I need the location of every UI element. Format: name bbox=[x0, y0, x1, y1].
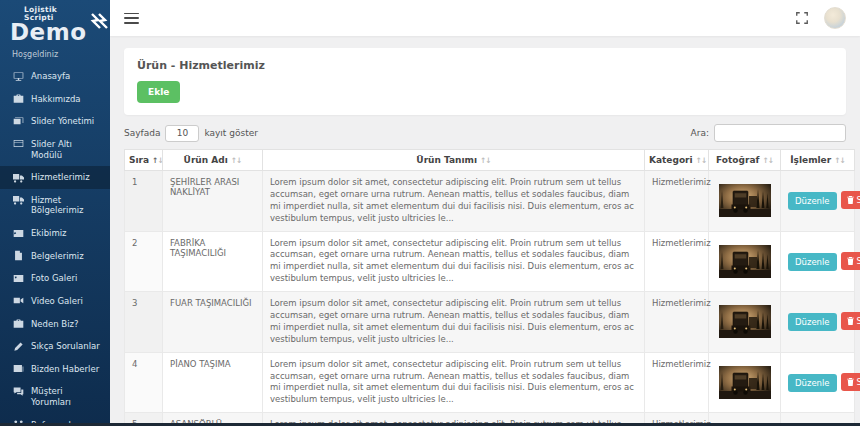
column-label: Ürün Tanımı bbox=[416, 155, 477, 165]
sidebar-item-slider-alti-modulu[interactable]: Slider Altı Modülü bbox=[0, 133, 110, 166]
column-header-5[interactable]: Fotoğraf↑↓ bbox=[709, 150, 781, 171]
truck-icon bbox=[12, 195, 24, 205]
edit-button[interactable]: Düzenle bbox=[788, 192, 837, 210]
sidebar-item-label: Hakkımızda bbox=[31, 94, 81, 105]
page-header-card: Ürün - Hizmetlerimiz Ekle bbox=[124, 48, 846, 115]
cell-photo bbox=[709, 352, 781, 413]
briefcase-icon bbox=[12, 319, 24, 329]
cell-product-name: FABRİKA TAŞIMACILIĞI bbox=[163, 231, 263, 292]
sidebar-item-neden-biz[interactable]: Neden Biz? bbox=[0, 313, 110, 336]
lightning-bolt-icon bbox=[88, 12, 108, 36]
cell-order: 4 bbox=[125, 352, 163, 413]
sort-icon: ↑↓ bbox=[480, 156, 491, 165]
id-card-icon bbox=[12, 228, 24, 238]
sidebar-item-slider-yonetimi[interactable]: Slider Yönetimi bbox=[0, 110, 110, 133]
file-icon bbox=[12, 251, 24, 261]
table-row: 3FUAR TAŞIMACILIĞILorem ipsum dolor sit … bbox=[125, 292, 855, 353]
desktop-icon bbox=[12, 71, 24, 81]
column-header-6[interactable]: İşlemler↑↓ bbox=[781, 150, 855, 171]
cell-product-name: PİANO TAŞIMA bbox=[163, 352, 263, 413]
page-title: Ürün - Hizmetlerimiz bbox=[137, 59, 833, 72]
window-icon bbox=[12, 139, 24, 149]
services-table: Sıra↑↓Ürün Adı↑↓Ürün Tanımı↑↓Kategori↑↓F… bbox=[124, 149, 855, 426]
cell-photo bbox=[709, 171, 781, 232]
sidebar-item-ekibimiz[interactable]: Ekibimiz bbox=[0, 222, 110, 245]
sort-icon: ↑↓ bbox=[696, 156, 707, 165]
cell-category: Hizmetlerimiz bbox=[645, 231, 709, 292]
column-label: Fotoğraf bbox=[716, 155, 759, 165]
product-photo-thumbnail[interactable] bbox=[719, 195, 771, 205]
comments-icon bbox=[12, 386, 24, 396]
video-icon bbox=[12, 296, 24, 306]
column-header-2[interactable]: Ürün Adı↑↓ bbox=[163, 150, 263, 171]
sidebar-item-label: Video Galeri bbox=[31, 296, 83, 307]
trash-icon bbox=[847, 196, 854, 204]
sidebar-item-hakkimizda[interactable]: Hakkımızda bbox=[0, 88, 110, 111]
product-photo-thumbnail[interactable] bbox=[719, 377, 771, 387]
sidebar-item-sikca-sorulanlar[interactable]: Sıkça Sorulanlar bbox=[0, 335, 110, 358]
trash-icon bbox=[847, 317, 854, 325]
page-size-control: Sayfada kayıt göster bbox=[124, 125, 258, 142]
cell-category: Hizmetlerimiz bbox=[645, 171, 709, 232]
briefcase-icon bbox=[12, 94, 24, 104]
sidebar-item-anasayfa[interactable]: Anasayfa bbox=[0, 65, 110, 88]
search-label: Ara: bbox=[691, 128, 709, 138]
cell-photo bbox=[709, 292, 781, 353]
column-header-1[interactable]: Sıra↑↓ bbox=[125, 150, 163, 171]
table-row: 2FABRİKA TAŞIMACILIĞILorem ipsum dolor s… bbox=[125, 231, 855, 292]
delete-button[interactable]: Sil bbox=[841, 191, 860, 209]
search-input[interactable] bbox=[714, 124, 846, 142]
delete-button[interactable]: Sil bbox=[841, 252, 860, 270]
sidebar-item-video-galeri[interactable]: Video Galeri bbox=[0, 290, 110, 313]
cell-product-description: Lorem ipsum dolor sit amet, consectetur … bbox=[263, 171, 645, 232]
cell-product-name: FUAR TAŞIMACILIĞI bbox=[163, 292, 263, 353]
product-photo-thumbnail[interactable] bbox=[719, 316, 771, 326]
cell-order: 1 bbox=[125, 171, 163, 232]
fullscreen-icon[interactable] bbox=[796, 9, 808, 28]
sidebar-item-label: Bizden Haberler bbox=[31, 364, 99, 375]
sidebar-item-bizden-haberler[interactable]: Bizden Haberler bbox=[0, 358, 110, 381]
cell-product-name: ŞEHİRLER ARASI NAKLİYAT bbox=[163, 171, 263, 232]
cell-actions: DüzenleSil bbox=[781, 292, 855, 353]
sidebar-item-label: Foto Galeri bbox=[31, 273, 77, 284]
column-header-3[interactable]: Ürün Tanımı↑↓ bbox=[263, 150, 645, 171]
page-size-input[interactable] bbox=[165, 125, 199, 142]
cell-actions: DüzenleSil bbox=[781, 171, 855, 232]
edit-button[interactable]: Düzenle bbox=[788, 253, 837, 271]
column-header-4[interactable]: Kategori↑↓ bbox=[645, 150, 709, 171]
delete-button[interactable]: Sil bbox=[841, 373, 860, 391]
topbar bbox=[110, 0, 860, 36]
table-body: 1ŞEHİRLER ARASI NAKLİYATLorem ipsum dolo… bbox=[125, 171, 855, 426]
add-button[interactable]: Ekle bbox=[137, 81, 180, 103]
product-photo-thumbnail[interactable] bbox=[719, 256, 771, 266]
table-controls: Sayfada kayıt göster Ara: bbox=[124, 124, 846, 142]
sidebar-item-label: Hizmet Bölgelerimiz bbox=[31, 195, 102, 216]
column-label: Sıra bbox=[129, 155, 149, 165]
sidebar-item-hizmetlerimiz[interactable]: Hizmetlerimiz bbox=[0, 166, 110, 189]
newspaper-icon bbox=[12, 364, 24, 374]
sidebar-item-label: Anasayfa bbox=[31, 71, 70, 82]
sort-icon: ↑↓ bbox=[762, 156, 773, 165]
logo[interactable]: Lojistik Scripti Demo bbox=[0, 0, 110, 46]
menu-toggle-icon[interactable] bbox=[124, 13, 139, 24]
sidebar-item-label: Müşteri Yorumları bbox=[31, 386, 102, 407]
sidebar-item-musteri-yorumlari[interactable]: Müşteri Yorumları bbox=[0, 380, 110, 413]
cell-photo bbox=[709, 231, 781, 292]
photo-icon bbox=[12, 273, 24, 283]
edit-button[interactable]: Düzenle bbox=[788, 313, 837, 331]
column-label: Kategori bbox=[649, 155, 693, 165]
table-row: 1ŞEHİRLER ARASI NAKLİYATLorem ipsum dolo… bbox=[125, 171, 855, 232]
delete-button[interactable]: Sil bbox=[841, 312, 860, 330]
sidebar-item-belgelerimiz[interactable]: Belgelerimiz bbox=[0, 245, 110, 268]
cell-product-description: Lorem ipsum dolor sit amet, consectetur … bbox=[263, 352, 645, 413]
sidebar-item-foto-galeri[interactable]: Foto Galeri bbox=[0, 267, 110, 290]
sidebar-item-label: Slider Yönetimi bbox=[31, 116, 94, 127]
edit-button[interactable]: Düzenle bbox=[788, 374, 837, 392]
cell-order: 2 bbox=[125, 231, 163, 292]
sidebar-item-label: Sıkça Sorulanlar bbox=[31, 341, 100, 352]
search-control: Ara: bbox=[691, 124, 846, 142]
images-icon bbox=[12, 116, 24, 126]
cell-category: Hizmetlerimiz bbox=[645, 352, 709, 413]
user-avatar[interactable] bbox=[824, 7, 846, 29]
sidebar-item-hizmet-bolgelerimiz[interactable]: Hizmet Bölgelerimiz bbox=[0, 189, 110, 222]
